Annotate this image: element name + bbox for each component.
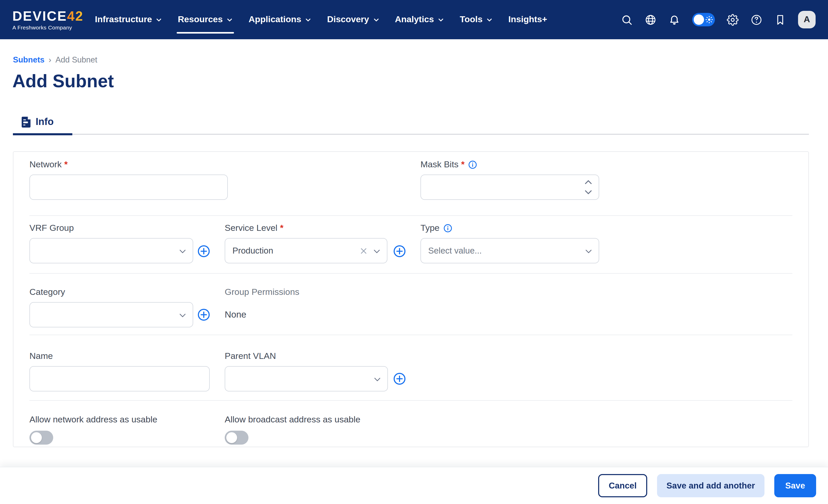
category-select[interactable] — [30, 302, 193, 327]
add-vrf-group-button[interactable] — [197, 245, 210, 258]
parent-vlan-field-group: Parent VLAN — [225, 351, 388, 391]
mask-bits-input[interactable] — [420, 174, 599, 200]
category-label: Category — [30, 287, 193, 298]
network-label: Network* — [30, 159, 228, 170]
tab-bar: Info — [13, 112, 810, 136]
mask-bits-field-group: Mask Bits* — [420, 159, 599, 200]
theme-toggle[interactable] — [692, 13, 715, 26]
settings-gear-icon[interactable] — [727, 14, 739, 26]
chevron-down-icon — [373, 375, 382, 384]
allow-network-address-toggle[interactable] — [30, 431, 53, 445]
add-service-level-button[interactable] — [393, 245, 406, 258]
subnet-form-card: Network* Mask Bits* VRF Group — [13, 151, 809, 447]
stepper-down-icon[interactable] — [584, 189, 592, 196]
breadcrumb-current: Add Subnet — [55, 55, 97, 65]
sun-icon — [705, 15, 713, 24]
toggle-knob — [226, 432, 237, 443]
device42-logo[interactable]: DEVICE42 A Freshworks Company — [12, 9, 83, 30]
group-permissions-value: None — [225, 309, 431, 320]
top-nav: DEVICE42 A Freshworks Company Infrastruc… — [0, 0, 828, 39]
network-input[interactable] — [30, 174, 228, 200]
allow-broadcast-address-label: Allow broadcast address as usable — [225, 414, 360, 425]
chevron-down-icon — [372, 247, 381, 256]
add-parent-vlan-button[interactable] — [393, 372, 406, 385]
info-icon[interactable] — [443, 223, 453, 233]
chevron-down-icon — [373, 16, 379, 23]
allow-broadcast-address-toggle[interactable] — [225, 431, 248, 445]
menu-analytics[interactable]: Analytics — [395, 0, 444, 39]
service-level-field-group: Service Level* Production — [225, 222, 387, 263]
name-field-group: Name — [30, 351, 210, 391]
help-icon[interactable] — [750, 14, 762, 26]
nav-actions: A — [621, 11, 816, 29]
parent-vlan-label: Parent VLAN — [225, 351, 388, 362]
row-divider — [30, 400, 792, 401]
main-menu: Infrastructure Resources Applications Di… — [95, 0, 547, 39]
tab-info[interactable]: Info — [13, 112, 65, 132]
menu-resources[interactable]: Resources — [178, 0, 233, 39]
required-marker: * — [461, 160, 464, 170]
document-icon — [21, 116, 31, 128]
logo-tagline: A Freshworks Company — [12, 24, 83, 30]
menu-tools[interactable]: Tools — [460, 0, 493, 39]
service-level-select[interactable]: Production — [225, 238, 387, 263]
info-icon[interactable] — [468, 160, 478, 169]
theme-toggle-knob — [694, 14, 704, 25]
category-field-group: Category — [30, 287, 193, 327]
notifications-bell-icon[interactable] — [668, 14, 680, 26]
tab-active-indicator — [13, 133, 72, 135]
chevron-down-icon — [226, 16, 233, 23]
form-action-bar: Cancel Save and add another Save — [0, 467, 828, 504]
logo-wordmark: DEVICE42 — [12, 9, 83, 23]
chevron-down-icon — [305, 16, 312, 23]
type-field-group: Type Select value... — [420, 222, 599, 263]
vrf-group-label: VRF Group — [30, 222, 193, 234]
row-divider — [30, 335, 792, 335]
chevron-down-icon — [178, 311, 187, 320]
group-permissions-label: Group Permissions — [225, 287, 431, 298]
row-divider — [30, 273, 792, 274]
name-label: Name — [30, 351, 210, 362]
stepper-up-icon[interactable] — [584, 179, 592, 185]
clear-icon[interactable] — [359, 246, 368, 256]
vrf-group-select[interactable] — [30, 238, 193, 263]
required-marker: * — [280, 223, 283, 234]
type-label: Type — [420, 222, 599, 234]
search-icon[interactable] — [621, 14, 633, 26]
breadcrumb: Subnets › Add Subnet — [13, 55, 97, 65]
network-field-group: Network* — [30, 159, 228, 200]
chevron-down-icon — [178, 247, 187, 256]
chevron-down-icon — [486, 16, 493, 23]
parent-vlan-select[interactable] — [225, 366, 388, 391]
service-level-value: Production — [233, 246, 273, 256]
save-button[interactable]: Save — [774, 474, 816, 497]
menu-applications[interactable]: Applications — [248, 0, 312, 39]
allow-broadcast-address-group: Allow broadcast address as usable — [225, 414, 360, 445]
chevron-down-icon — [584, 247, 593, 256]
vrf-group-field-group: VRF Group — [30, 222, 193, 263]
mask-bits-label: Mask Bits* — [420, 159, 599, 170]
type-select[interactable]: Select value... — [420, 238, 599, 263]
chevron-down-icon — [156, 16, 162, 23]
menu-infrastructure[interactable]: Infrastructure — [95, 0, 162, 39]
breadcrumb-subnets-link[interactable]: Subnets — [13, 55, 44, 65]
globe-icon[interactable] — [645, 14, 657, 26]
user-avatar[interactable]: A — [798, 11, 816, 29]
allow-network-address-label: Allow network address as usable — [30, 414, 157, 425]
menu-insights[interactable]: Insights+ — [508, 0, 547, 39]
service-level-label: Service Level* — [225, 222, 387, 234]
bookmark-icon[interactable] — [774, 14, 786, 26]
required-marker: * — [64, 160, 68, 170]
save-and-add-another-button[interactable]: Save and add another — [657, 474, 764, 497]
type-placeholder: Select value... — [428, 246, 482, 256]
cancel-button[interactable]: Cancel — [598, 474, 647, 497]
group-permissions-field-group: Group Permissions None — [225, 287, 431, 320]
add-category-button[interactable] — [197, 308, 210, 321]
row-divider — [30, 215, 792, 216]
page-title: Add Subnet — [12, 71, 114, 91]
breadcrumb-separator: › — [48, 55, 51, 65]
tab-baseline — [13, 134, 809, 135]
menu-discovery[interactable]: Discovery — [327, 0, 379, 39]
allow-network-address-group: Allow network address as usable — [30, 414, 157, 445]
name-input[interactable] — [30, 366, 210, 391]
